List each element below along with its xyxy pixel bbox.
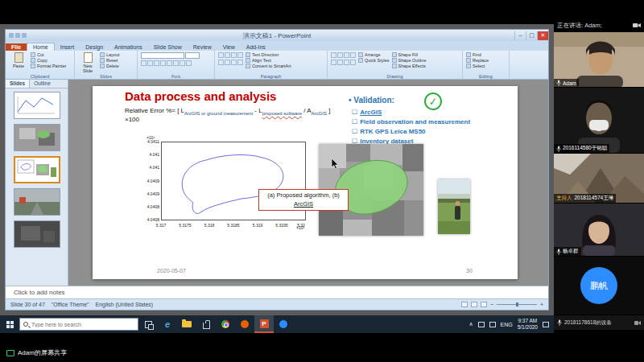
convert-smartart-button[interactable]: Convert to SmartArt	[246, 64, 291, 68]
bold-button[interactable]	[141, 60, 147, 66]
panel-tab-outline[interactable]: Outline	[30, 80, 55, 88]
participant-video-woman[interactable]: 杨卓群	[554, 204, 644, 256]
indent-decrease-button[interactable]	[231, 52, 237, 58]
ribbon-tab-file[interactable]: File	[6, 43, 27, 51]
participant-video-adam[interactable]: Adam	[554, 32, 644, 87]
store-button[interactable]	[196, 315, 216, 333]
minimize-button[interactable]: –	[514, 31, 526, 40]
panel-tab-slides[interactable]: Slides	[6, 80, 30, 88]
ribbon-tab-slideshow[interactable]: Slide Show	[148, 43, 188, 51]
shape-triangle-button[interactable]	[331, 60, 336, 65]
close-button[interactable]: ✕	[537, 31, 548, 40]
app-button[interactable]	[274, 315, 293, 333]
tray-chevron-icon[interactable]: ∧	[469, 321, 473, 327]
bullets-button[interactable]	[218, 52, 224, 58]
chrome-button[interactable]	[216, 315, 235, 333]
ribbon-tab-review[interactable]: Review	[188, 43, 217, 51]
delete-button[interactable]: Delete	[100, 64, 120, 68]
text-direction-button[interactable]: Text Direction	[246, 52, 291, 57]
titlebar[interactable]: 演示文稿1 - PowerPoint –▢✕	[6, 30, 548, 41]
align-text-button[interactable]: Align Text	[246, 58, 291, 63]
layout-button[interactable]: Layout	[100, 52, 120, 57]
shape-ellipse-button[interactable]	[337, 52, 343, 58]
ribbon-tab-design[interactable]: Design	[80, 43, 109, 51]
notes-pane[interactable]: Click to add notes	[6, 286, 548, 298]
font-color-button[interactable]	[186, 60, 192, 66]
ribbon-tab-animations[interactable]: Animations	[109, 43, 148, 51]
arrange-button[interactable]: Arrange	[358, 52, 390, 57]
taskbar-search[interactable]	[19, 318, 138, 331]
video-camera-icon[interactable]	[633, 23, 641, 28]
edge-button[interactable]: e	[158, 315, 177, 333]
firefox-button[interactable]	[235, 315, 254, 333]
find-button[interactable]: Find	[466, 52, 489, 57]
select-button[interactable]: Select	[466, 64, 489, 68]
ribbon-tab-insert[interactable]: Insert	[55, 43, 80, 51]
search-input[interactable]	[31, 322, 120, 327]
participant-name-bar[interactable]: 20181178618的设备	[554, 315, 644, 330]
slide-thumbnail-current[interactable]	[14, 156, 60, 183]
align-center-button[interactable]	[225, 60, 230, 65]
file-explorer-button[interactable]	[177, 315, 196, 333]
align-left-button[interactable]	[218, 60, 224, 65]
participant-video-masked[interactable]: 2016114580于铭聪	[554, 88, 644, 153]
reset-button[interactable]: Reset	[100, 58, 120, 63]
font-name-combo[interactable]	[141, 52, 184, 59]
paste-button[interactable]: Paste	[9, 52, 28, 68]
slideshow-button[interactable]	[481, 302, 487, 307]
volume-icon[interactable]	[489, 322, 496, 327]
numbering-button[interactable]	[225, 52, 230, 58]
shadow-button[interactable]	[160, 60, 166, 66]
task-view-button[interactable]	[138, 315, 158, 333]
powerpoint-taskbar-button[interactable]: P	[254, 315, 274, 333]
normal-view-button[interactable]	[461, 302, 468, 307]
zoom-out-button[interactable]: −	[490, 302, 493, 307]
new-slide-button[interactable]: New Slide	[78, 52, 97, 73]
slide[interactable]: Data process and analysis Relative Error…	[93, 86, 518, 279]
character-spacing-button[interactable]	[173, 60, 179, 66]
participant-avatar-tile[interactable]: 鹏帆	[554, 257, 644, 315]
action-center-icon[interactable]	[543, 322, 549, 327]
strikethrough-button[interactable]	[167, 60, 172, 66]
slide-thumbnail[interactable]	[14, 92, 60, 119]
zoom-in-button[interactable]: +	[540, 302, 543, 307]
shape-more-button[interactable]	[350, 60, 356, 65]
slide-thumbnail[interactable]	[14, 220, 60, 248]
shape-outline-button[interactable]: Shape Outline	[392, 58, 427, 63]
shape-rect-button[interactable]	[331, 52, 336, 58]
zoom-slider-thumb[interactable]	[516, 302, 518, 306]
format-painter-button[interactable]: Format Painter	[31, 64, 66, 68]
justify-button[interactable]	[237, 60, 243, 65]
slide-sorter-button[interactable]	[471, 302, 477, 307]
slide-thumbnail[interactable]	[14, 188, 60, 216]
quick-styles-button[interactable]: Quick Styles	[358, 58, 390, 63]
shape-fill-button[interactable]: Shape Fill	[392, 52, 427, 57]
language-indicator[interactable]: ENG	[501, 322, 513, 327]
zoom-slider[interactable]	[497, 304, 537, 305]
font-size-combo[interactable]	[185, 52, 200, 59]
x-tick: 5.319	[250, 223, 266, 228]
network-icon[interactable]	[478, 322, 485, 327]
taskbar-clock[interactable]: 9:37 AM 5/1/2020	[518, 318, 538, 331]
align-right-button[interactable]	[231, 60, 237, 65]
cut-button[interactable]: Cut	[31, 52, 66, 57]
shape-line-button[interactable]	[350, 52, 356, 58]
ribbon-tab-addins[interactable]: Add-Ins	[241, 43, 271, 51]
start-button[interactable]	[0, 315, 19, 333]
slide-thumbnail[interactable]	[14, 124, 60, 151]
indent-increase-button[interactable]	[237, 52, 243, 58]
underline-button[interactable]	[154, 60, 159, 66]
replace-button[interactable]: Replace	[466, 58, 489, 63]
change-case-button[interactable]	[180, 60, 185, 66]
participant-video-host[interactable]: 主持人 2018114574王琳	[554, 154, 644, 203]
copy-button[interactable]: Copy	[31, 58, 66, 63]
slide-canvas: Data process and analysis Relative Error…	[68, 80, 548, 286]
shape-star-button[interactable]	[337, 60, 343, 65]
italic-button[interactable]	[147, 60, 153, 66]
shape-arrow-button[interactable]	[344, 52, 349, 58]
ribbon-tab-home[interactable]: Home	[27, 43, 55, 51]
shape-callout-button[interactable]	[344, 60, 349, 65]
ribbon-tab-view[interactable]: View	[217, 43, 241, 51]
maximize-button[interactable]: ▢	[526, 31, 537, 40]
shape-effects-button[interactable]: Shape Effects	[392, 64, 427, 68]
